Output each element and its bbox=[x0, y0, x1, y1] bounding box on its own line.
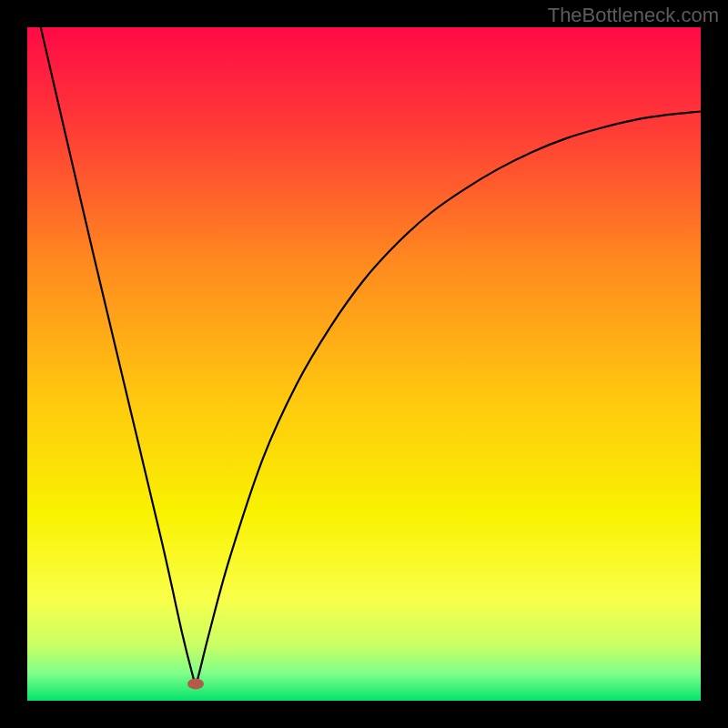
minimum-marker bbox=[187, 679, 204, 690]
plot-area bbox=[27, 27, 701, 701]
chart-svg bbox=[27, 27, 701, 701]
watermark-text: TheBottleneck.com bbox=[548, 4, 719, 27]
chart-frame: TheBottleneck.com bbox=[0, 0, 728, 728]
